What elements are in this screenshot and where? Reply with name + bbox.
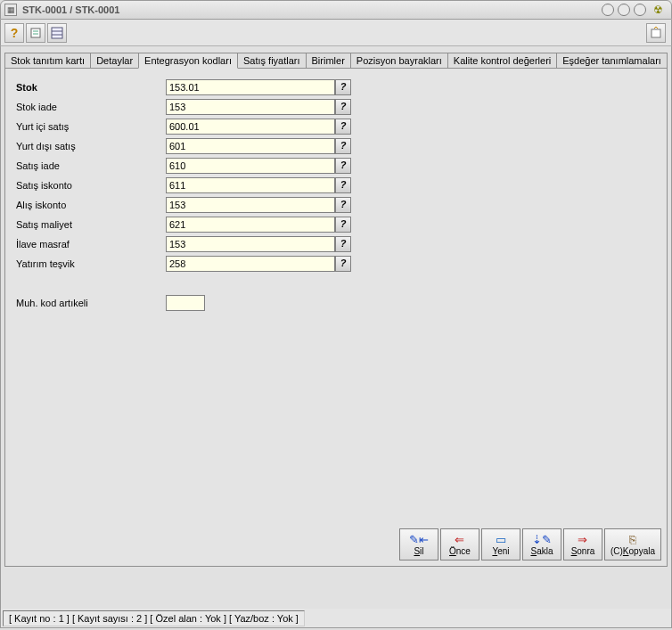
app-icon: ▦ (4, 4, 17, 16)
form-icon (29, 27, 42, 39)
toolbar-button-3[interactable] (47, 23, 67, 43)
toolbar: ? (0, 20, 672, 46)
status-text: [ Kayıt no : 1 ] [ Kayıt sayısı : 2 ] [ … (3, 610, 305, 626)
titlebar: ▦ STK-0001 / STK-0001 ☢ (0, 0, 672, 20)
label-yurt-disi-satis: Yurt dışı satış (14, 141, 166, 151)
row-stok: Stok ? (14, 78, 658, 97)
arrow-left-icon: ⇐ (455, 534, 464, 546)
save-button[interactable]: ⇣✎ Sakla (522, 528, 561, 560)
label-yurt-ici-satis: Yurt içi satış (14, 121, 166, 132)
close-button[interactable] (634, 4, 646, 16)
arrow-right-icon: ⇒ (578, 534, 587, 546)
tab-detaylar[interactable]: Detaylar (90, 53, 139, 69)
label-ilave-masraf: İlave masraf (14, 239, 166, 250)
label-muh-kod-artikeli: Muh. kod artıkeli (14, 298, 166, 308)
maximize-button[interactable] (618, 4, 630, 16)
window-title: STK-0001 / STK-0001 (22, 4, 119, 15)
delete-icon: ✎⇤ (409, 534, 429, 546)
row-muh-kod-artikeli: Muh. kod artıkeli (14, 293, 658, 313)
lookup-satis-iskonto[interactable]: ? (335, 177, 351, 193)
tab-stok-tanitim-karti[interactable]: Stok tanıtım kartı (4, 53, 91, 69)
input-satis-iskonto[interactable] (166, 177, 335, 193)
save-icon: ⇣✎ (532, 534, 552, 546)
lookup-yatirim-tesvik[interactable]: ? (335, 256, 351, 272)
tab-kalite-kontrol-degerleri[interactable]: Kalite kontrol değerleri (447, 53, 557, 69)
copy-icon: ⎘ (629, 534, 636, 546)
svg-rect-0 (31, 29, 40, 37)
lookup-ilave-masraf[interactable]: ? (335, 236, 351, 252)
export-icon (650, 27, 662, 39)
tab-pozisyon-bayraklari[interactable]: Pozisyon bayrakları (350, 53, 448, 69)
copy-button[interactable]: ⎘ (C)Kopyala (604, 528, 661, 560)
row-yurt-ici-satis: Yurt içi satış ? (14, 117, 658, 136)
input-satis-iade[interactable] (166, 158, 335, 174)
lookup-satis-iade[interactable]: ? (335, 158, 351, 174)
lookup-yurt-disi-satis[interactable]: ? (335, 138, 351, 154)
hazard-icon: ☢ (653, 4, 666, 16)
lookup-satis-maliyet[interactable]: ? (335, 217, 351, 233)
input-stok-iade[interactable] (166, 99, 335, 115)
input-yatirim-tesvik[interactable] (166, 256, 335, 272)
label-satis-maliyet: Satış maliyet (14, 219, 166, 230)
lookup-stok[interactable]: ? (335, 79, 351, 95)
label-stok-iade: Stok iade (14, 102, 166, 112)
minimize-button[interactable] (602, 4, 614, 16)
delete-button[interactable]: ✎⇤ Sil (399, 528, 438, 560)
tab-esdeger-tanimlamalari[interactable]: Eşdeğer tanımlamaları (556, 53, 668, 69)
label-stok: Stok (14, 82, 166, 93)
row-satis-iade: Satış iade ? (14, 156, 658, 176)
next-button[interactable]: ⇒ Sonra (563, 528, 602, 560)
input-yurt-disi-satis[interactable] (166, 138, 335, 154)
lookup-yurt-ici-satis[interactable]: ? (335, 119, 351, 135)
label-alis-iskonto: Alış iskonto (14, 200, 166, 210)
tab-body: Stok ? Stok iade ? Yurt içi satış ? (4, 68, 668, 567)
new-button[interactable]: ▭ Yeni (481, 528, 520, 560)
grid-icon (51, 27, 63, 39)
row-yatirim-tesvik: Yatırım teşvik ? (14, 254, 658, 274)
row-satis-iskonto: Satış iskonto ? (14, 176, 658, 195)
input-stok[interactable] (166, 79, 335, 95)
tab-birimler[interactable]: Birimler (306, 53, 351, 69)
input-ilave-masraf[interactable] (166, 236, 335, 252)
window-controls: ☢ (602, 4, 666, 16)
tab-satis-fiyatlari[interactable]: Satış fiyatları (237, 53, 307, 69)
svg-rect-6 (652, 29, 660, 37)
lookup-stok-iade[interactable]: ? (335, 99, 351, 115)
input-alis-iskonto[interactable] (166, 197, 335, 213)
tab-row: Stok tanıtım kartı Detaylar Entegrasyon … (4, 50, 668, 68)
row-stok-iade: Stok iade ? (14, 97, 658, 117)
input-muh-kod-artikeli[interactable] (166, 295, 205, 311)
statusbar: [ Kayıt no : 1 ] [ Kayıt sayısı : 2 ] [ … (0, 609, 672, 628)
input-satis-maliyet[interactable] (166, 217, 335, 233)
toolbar-button-right[interactable] (646, 23, 666, 43)
client-area: Stok tanıtım kartı Detaylar Entegrasyon … (0, 46, 672, 609)
label-satis-iskonto: Satış iskonto (14, 180, 166, 191)
lookup-alis-iskonto[interactable]: ? (335, 197, 351, 213)
new-icon: ▭ (496, 534, 506, 546)
tab-entegrasyon-kodlari[interactable]: Entegrasyon kodları (138, 53, 238, 69)
row-ilave-masraf: İlave masraf ? (14, 234, 658, 254)
toolbar-button-2[interactable] (26, 23, 45, 43)
prev-button[interactable]: ⇐ Önce (440, 528, 479, 560)
row-satis-maliyet: Satış maliyet ? (14, 215, 658, 234)
row-yurt-disi-satis: Yurt dışı satış ? (14, 136, 658, 156)
input-yurt-ici-satis[interactable] (166, 119, 335, 135)
label-satis-iade: Satış iade (14, 160, 166, 171)
help-button[interactable]: ? (4, 23, 24, 43)
svg-rect-3 (52, 28, 62, 38)
action-bar: ✎⇤ Sil ⇐ Önce ▭ Yeni ⇣✎ Sakla ⇒ Sonra (399, 528, 661, 560)
label-yatirim-tesvik: Yatırım teşvik (14, 258, 166, 269)
row-alis-iskonto: Alış iskonto ? (14, 195, 658, 215)
help-icon: ? (11, 26, 19, 40)
